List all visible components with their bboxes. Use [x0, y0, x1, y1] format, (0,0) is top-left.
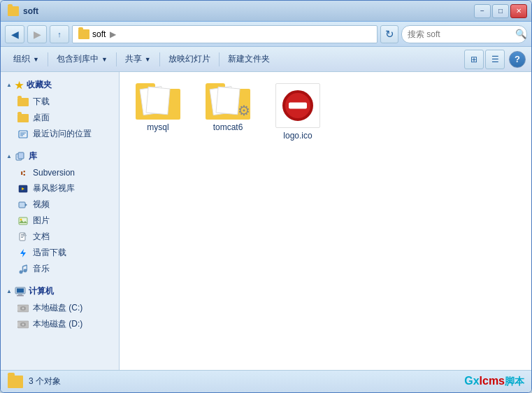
sidebar-item-video[interactable]: 视频 — [1, 196, 119, 213]
logo-ico-name: logo.ico — [283, 131, 312, 141]
sidebar-item-document[interactable]: 文档 — [1, 229, 119, 245]
sidebar-item-image[interactable]: 图片 — [1, 213, 119, 229]
file-item-logo-ico[interactable]: logo.ico — [266, 79, 329, 145]
file-area: mysql ⚙ tomcat6 — [120, 72, 531, 370]
sidebar-item-recent[interactable]: 最近访问的位置 — [1, 126, 119, 142]
svg-rect-16 — [21, 237, 23, 238]
sidebar-item-media-label: 暴风影视库 — [33, 183, 75, 194]
sidebar-item-disk-d[interactable]: 本地磁盘 (D:) — [1, 316, 119, 332]
libraries-header[interactable]: ▲ 库 — [1, 148, 119, 165]
main-content: ▲ ★ 收藏夹 下载 桌面 — [1, 72, 531, 370]
search-input[interactable] — [408, 29, 512, 39]
disk-d-icon — [17, 319, 29, 330]
sidebar: ▲ ★ 收藏夹 下载 桌面 — [1, 72, 120, 370]
sidebar-item-media[interactable]: 暴风影视库 — [1, 180, 119, 196]
refresh-button[interactable]: ↻ — [380, 25, 398, 43]
sidebar-item-disk-d-label: 本地磁盘 (D:) — [33, 318, 82, 330]
watermark-prefix: Gx — [464, 375, 479, 387]
title-bar-left: soft — [8, 6, 38, 16]
watermark-suffix: 脚本 — [505, 376, 524, 387]
sidebar-item-document-label: 文档 — [33, 231, 50, 243]
video-icon — [17, 199, 29, 210]
breadcrumb-bar[interactable]: soft ▶ — [72, 25, 378, 43]
image-icon — [17, 215, 29, 227]
status-count: 3 个对象 — [29, 376, 61, 387]
maximize-button[interactable]: □ — [492, 4, 509, 18]
desktop-folder-icon — [17, 114, 29, 122]
breadcrumb-folder-icon — [78, 29, 89, 39]
sidebar-item-video-label: 视频 — [33, 199, 50, 210]
toolbar-separator-4 — [219, 52, 220, 66]
svg-rect-10 — [19, 217, 27, 224]
music-icon — [17, 264, 29, 275]
watermark: Gxlcms脚本 — [464, 375, 524, 388]
logo-ico-icon — [275, 83, 320, 128]
computer-header[interactable]: ▲ 计算机 — [1, 283, 119, 300]
svg-rect-27 — [17, 295, 24, 296]
computer-label: 计算机 — [29, 285, 54, 297]
view-toggle-button[interactable]: ⊞ — [464, 50, 484, 69]
up-button[interactable]: ↑ — [50, 25, 69, 43]
computer-arrow: ▲ — [6, 288, 12, 294]
libraries-section: ▲ 库 ⑆ Subversion — [1, 148, 119, 277]
sidebar-item-thunder[interactable]: 迅雷下载 — [1, 245, 119, 261]
forward-button[interactable]: ▶ — [27, 25, 47, 43]
slideshow-button[interactable]: 放映幻灯片 — [161, 50, 217, 69]
include-library-arrow: ▼ — [101, 56, 108, 63]
svg-point-30 — [22, 307, 24, 309]
title-bar-buttons: − □ ✕ — [474, 4, 527, 18]
sidebar-item-desktop[interactable]: 桌面 — [1, 110, 119, 126]
toolbar: 组织 ▼ 包含到库中 ▼ 共享 ▼ 放映幻灯片 新建文件夹 ⊞ ☰ ? — [1, 47, 531, 72]
help-button[interactable]: ? — [509, 51, 526, 68]
libraries-icon — [15, 151, 26, 162]
organize-button[interactable]: 组织 ▼ — [6, 50, 46, 69]
svg-rect-31 — [17, 306, 20, 310]
svg-line-22 — [23, 265, 27, 266]
svg-rect-15 — [21, 236, 24, 236]
tomcat6-folder-icon: ⚙ — [206, 83, 250, 120]
file-item-mysql[interactable]: mysql — [127, 79, 189, 145]
recent-icon — [17, 129, 29, 140]
search-icon: 🔍 — [515, 29, 526, 39]
mysql-name: mysql — [147, 122, 168, 132]
sidebar-item-disk-c[interactable]: 本地磁盘 (C:) — [1, 300, 119, 316]
back-button[interactable]: ◀ — [5, 25, 24, 43]
svg-rect-5 — [18, 152, 24, 159]
organize-label: 组织 — [13, 53, 30, 65]
include-library-button[interactable]: 包含到库中 ▼ — [50, 50, 115, 69]
svg-rect-26 — [18, 294, 22, 295]
sidebar-item-music[interactable]: 音乐 — [1, 261, 119, 277]
favorites-header[interactable]: ▲ ★ 收藏夹 — [1, 76, 119, 94]
svg-rect-25 — [17, 288, 24, 292]
svg-rect-8 — [19, 202, 25, 208]
favorites-icon: ★ — [15, 80, 24, 91]
new-folder-button[interactable]: 新建文件夹 — [221, 50, 277, 69]
sidebar-item-download[interactable]: 下载 — [1, 94, 119, 110]
libraries-label: 库 — [29, 150, 37, 162]
status-folder-icon — [8, 376, 23, 388]
mysql-folder-icon — [136, 83, 180, 120]
share-button[interactable]: 共享 ▼ — [118, 50, 158, 69]
toolbar-separator-1 — [48, 52, 48, 66]
svg-point-11 — [20, 218, 22, 220]
breadcrumb-path: soft — [92, 29, 106, 39]
view-details-button[interactable]: ☰ — [485, 50, 505, 69]
share-arrow: ▼ — [145, 56, 151, 63]
toolbar-separator-3 — [159, 52, 160, 66]
file-item-tomcat6[interactable]: ⚙ tomcat6 — [196, 79, 259, 145]
favorites-section: ▲ ★ 收藏夹 下载 桌面 — [1, 76, 119, 142]
close-button[interactable]: ✕ — [510, 4, 527, 18]
media-icon — [17, 183, 29, 194]
svg-rect-14 — [21, 234, 24, 235]
tomcat6-name: tomcat6 — [213, 122, 243, 132]
sidebar-item-disk-c-label: 本地磁盘 (C:) — [33, 302, 82, 314]
download-folder-icon — [17, 98, 29, 106]
search-box: 🔍 — [401, 25, 527, 43]
minimize-button[interactable]: − — [474, 4, 491, 18]
sidebar-item-image-label: 图片 — [33, 215, 50, 227]
explorer-window: soft − □ ✕ ◀ ▶ ↑ soft ▶ ↻ 🔍 组织 ▼ 包含到库中 — [0, 0, 532, 393]
sidebar-item-subversion[interactable]: ⑆ Subversion — [1, 165, 119, 180]
libraries-arrow: ▲ — [6, 153, 12, 159]
status-bar: 3 个对象 Gxlcms脚本 — [1, 370, 531, 392]
new-folder-label: 新建文件夹 — [228, 53, 270, 65]
